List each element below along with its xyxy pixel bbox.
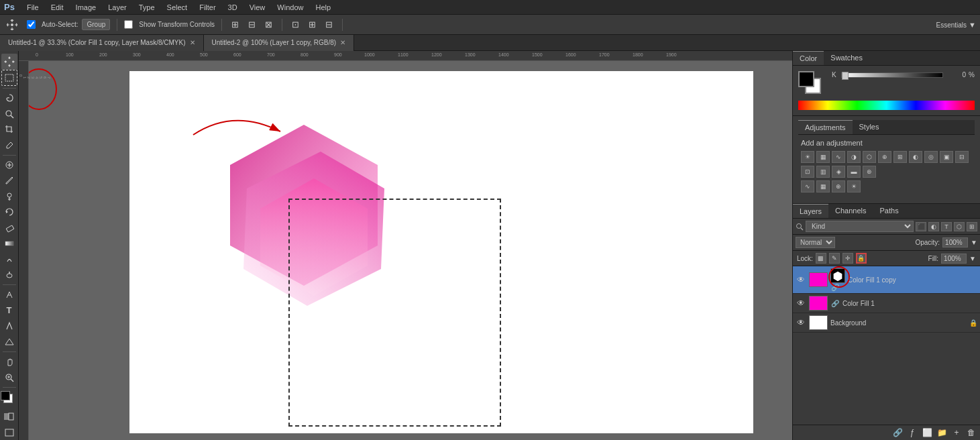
distribute2-btn[interactable]: ⊞	[306, 18, 319, 31]
adj-channel-mixer[interactable]: ▣	[940, 151, 953, 163]
adj-levels[interactable]: ▦	[816, 151, 830, 163]
show-transform-checkbox[interactable]	[124, 20, 133, 29]
move-tool[interactable]	[1, 54, 17, 70]
hand-tool[interactable]	[1, 354, 17, 369]
adj-hue-sat[interactable]: ⊕	[878, 151, 891, 163]
kind-text-icon[interactable]: T	[941, 222, 952, 231]
menu-file[interactable]: File	[21, 2, 44, 13]
link-layers-btn[interactable]: 🔗	[891, 427, 904, 438]
eraser-tool[interactable]	[1, 221, 17, 235]
layer-row-background[interactable]: 👁 Background 🔒	[793, 313, 980, 333]
layer-eye-background[interactable]: 👁	[796, 317, 806, 328]
history-brush-tool[interactable]	[1, 205, 17, 219]
adj-curves2[interactable]: ∿	[801, 180, 814, 192]
menu-3d[interactable]: 3D	[223, 2, 243, 13]
adj-gradient-map[interactable]: ▬	[847, 166, 861, 178]
layer-eye-color-fill-1-copy[interactable]: 👁	[796, 274, 806, 285]
layer-row-color-fill-1-copy[interactable]: 👁 🔗	[793, 266, 980, 294]
screen-mode-btn[interactable]	[1, 425, 17, 440]
tab-paths[interactable]: Paths	[873, 204, 906, 218]
distribute3-btn[interactable]: ⊟	[323, 18, 335, 31]
group-dropdown[interactable]: Group	[82, 19, 110, 30]
adj-threshold[interactable]: ◈	[832, 166, 845, 178]
layer-row-color-fill-1[interactable]: 👁 🔗 Color Fill 1	[793, 294, 980, 313]
pen-tool[interactable]	[1, 287, 17, 302]
adj-hue2[interactable]: ⊕	[832, 180, 845, 192]
dodge-tool[interactable]	[1, 268, 17, 282]
fg-swatch[interactable]	[798, 71, 814, 87]
quick-select-tool[interactable]	[1, 106, 17, 121]
add-style-btn[interactable]: ƒ	[906, 427, 918, 438]
lock-position-btn[interactable]: ✛	[842, 253, 853, 264]
blur-tool[interactable]	[1, 252, 17, 266]
layer-eye-color-fill-1[interactable]: 👁	[796, 298, 806, 309]
spectrum-bar[interactable]	[798, 101, 975, 110]
kind-adjust-icon[interactable]: ◐	[928, 222, 939, 231]
tab-swatches[interactable]: Swatches	[824, 51, 869, 65]
fill-input[interactable]	[941, 254, 967, 264]
adj-photo-filter[interactable]: ◎	[924, 151, 938, 163]
menu-window[interactable]: Window	[272, 2, 309, 13]
menu-edit[interactable]: Edit	[46, 2, 69, 13]
fill-dropdown[interactable]: ▼	[969, 255, 976, 262]
tab-1-close[interactable]: ✕	[190, 39, 195, 46]
adj-brightness-contrast[interactable]: ☀	[801, 151, 814, 163]
menu-type[interactable]: Type	[133, 2, 160, 13]
zoom-tool[interactable]	[1, 370, 17, 384]
adj-selective-color[interactable]: ⊛	[863, 166, 876, 178]
adj-brightness2[interactable]: ☀	[847, 180, 861, 192]
marquee-tool[interactable]	[1, 70, 17, 86]
blend-mode-select[interactable]: Normal	[796, 237, 835, 248]
healing-tool[interactable]	[1, 158, 17, 172]
shape-tool[interactable]	[1, 335, 17, 349]
new-layer-btn[interactable]: +	[950, 427, 963, 438]
tab-untitled-2[interactable]: Untitled-2 @ 100% (Layer 1 copy, RGB/8) …	[204, 35, 355, 51]
adj-vibrance[interactable]: ⬡	[863, 151, 876, 163]
lock-all-btn[interactable]: 🔒	[856, 253, 867, 264]
menu-select[interactable]: Select	[162, 2, 193, 13]
layer-chain-2[interactable]: 🔗	[831, 300, 839, 307]
adj-color-balance[interactable]: ⊞	[893, 151, 907, 163]
tab-layers[interactable]: Layers	[793, 204, 828, 218]
quick-mask-btn[interactable]	[1, 409, 17, 424]
adj-invert[interactable]: ⊡	[801, 166, 814, 178]
menu-image[interactable]: Image	[70, 2, 102, 13]
layers-kind-select[interactable]: Kind	[806, 221, 914, 232]
kind-smart-icon[interactable]: ⊞	[967, 222, 977, 231]
gradient-tool[interactable]	[1, 236, 17, 251]
adj-posterize[interactable]: ▥	[816, 166, 830, 178]
brush-tool[interactable]	[1, 173, 17, 188]
delete-layer-btn[interactable]: 🗑	[965, 427, 977, 438]
menu-help[interactable]: Help	[310, 2, 336, 13]
add-mask-btn[interactable]: ⬜	[921, 427, 933, 438]
adj-color-lookup[interactable]: ⊟	[955, 151, 969, 163]
clone-stamp-tool[interactable]	[1, 189, 17, 204]
new-group-btn[interactable]: 📁	[936, 427, 948, 438]
menu-filter[interactable]: Filter	[194, 2, 221, 13]
k-slider-thumb[interactable]	[842, 72, 849, 80]
layer-mask-thumb[interactable]	[830, 268, 845, 283]
fg-color-btn[interactable]	[1, 391, 10, 400]
menu-view[interactable]: View	[244, 2, 271, 13]
lock-pixel-btn[interactable]: ✎	[829, 253, 840, 264]
adj-exposure[interactable]: ◑	[847, 151, 861, 163]
menu-layer[interactable]: Layer	[103, 2, 132, 13]
align-center-btn[interactable]: ⊟	[246, 18, 258, 31]
adj-black-white[interactable]: ◐	[909, 151, 922, 163]
auto-select-checkbox[interactable]	[27, 20, 36, 29]
tab-untitled-1[interactable]: Untitled-1 @ 33.3% (Color Fill 1 copy, L…	[0, 35, 204, 51]
lasso-tool[interactable]	[1, 91, 17, 105]
lock-transparent-btn[interactable]: ▩	[816, 253, 826, 264]
opacity-input[interactable]	[942, 237, 968, 248]
align-left-btn[interactable]: ⊞	[229, 18, 241, 31]
align-right-btn[interactable]: ⊠	[262, 18, 275, 31]
distribute-btn[interactable]: ⊡	[289, 18, 302, 31]
eyedropper-tool[interactable]	[1, 138, 17, 152]
adj-levels2[interactable]: ▦	[816, 180, 830, 192]
opacity-dropdown[interactable]: ▼	[971, 239, 977, 246]
tab-color[interactable]: Color	[793, 51, 824, 65]
path-select-tool[interactable]	[1, 319, 17, 333]
adj-curves[interactable]: ∿	[832, 151, 845, 163]
tab-styles[interactable]: Styles	[853, 120, 886, 134]
tab-2-close[interactable]: ✕	[340, 39, 345, 46]
